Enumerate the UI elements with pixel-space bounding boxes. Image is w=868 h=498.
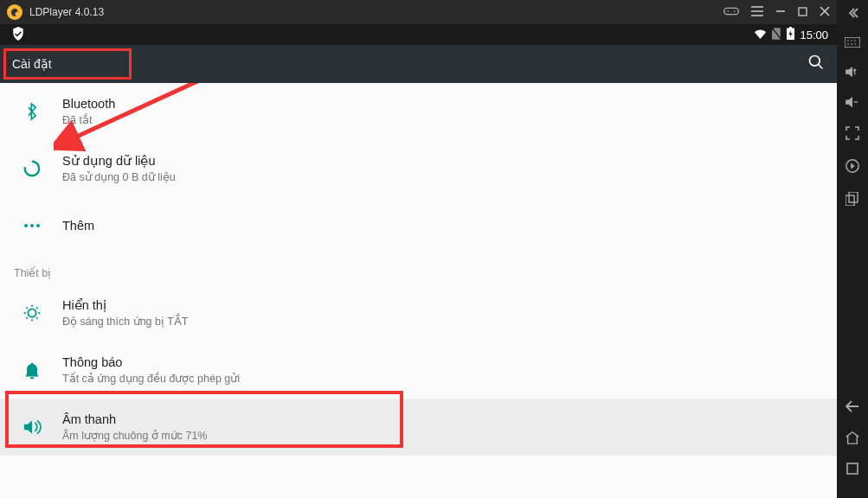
svg-point-9 [24,224,28,227]
svg-point-14 [847,40,849,42]
bluetooth-icon [17,102,47,121]
volume-down-icon[interactable] [845,96,860,111]
svg-rect-23 [847,463,858,474]
row-title: Hiển thị [62,298,189,312]
minimize-button[interactable] [775,5,786,19]
section-device: Thiết bị [0,254,837,284]
sync-icon[interactable] [845,158,860,176]
recents-icon[interactable] [846,463,858,477]
svg-rect-0 [724,8,739,15]
svg-point-1 [728,10,730,12]
bell-icon [17,361,47,380]
data-usage-icon [17,159,47,178]
clock: 15:00 [800,29,828,42]
svg-point-16 [854,40,856,42]
row-data-usage[interactable]: Sử dụng dữ liệuĐã sử dụng 0 B dữ liệu [0,140,837,197]
svg-point-17 [847,43,849,45]
row-title: Thêm [62,219,94,233]
svg-point-10 [30,224,34,227]
back-icon[interactable] [845,400,859,415]
row-more[interactable]: Thêm [0,197,837,254]
settings-header: Cài đặt [0,45,837,83]
volume-up-icon[interactable] [845,66,860,80]
row-display[interactable]: Hiển thịĐộ sáng thích ứng bị TẮT [0,284,837,342]
collapse-icon[interactable] [846,7,858,21]
home-icon[interactable] [845,431,860,447]
row-subtitle: Đã tắt [62,113,115,126]
row-bluetooth[interactable]: BluetoothĐã tắt [0,83,837,140]
svg-rect-22 [849,192,858,202]
maximize-button[interactable] [798,5,807,19]
wifi-icon [754,29,767,42]
hamburger-icon[interactable] [751,5,763,19]
battery-icon [787,27,794,42]
row-title: Thông báo [62,355,240,369]
svg-point-6 [810,56,820,67]
no-sim-icon [772,28,781,42]
row-subtitle: Tất cả ứng dụng đều được phép gửi [62,372,240,385]
row-title: Bluetooth [62,97,115,111]
svg-rect-13 [845,37,860,48]
titlebar: LDPlayer 4.0.13 [0,0,837,24]
row-notifications[interactable]: Thông báoTất cả ứng dụng đều được phép g… [0,342,837,399]
settings-content: BluetoothĐã tắt Sử dụng dữ liệuĐã sử dụn… [0,83,837,498]
svg-point-12 [28,309,35,316]
svg-rect-21 [845,195,854,206]
svg-rect-3 [799,8,807,16]
row-subtitle: Độ sáng thích ứng bị TẮT [62,315,189,328]
keyboard-icon[interactable] [845,36,860,50]
close-button[interactable] [820,5,830,19]
display-icon [17,303,47,322]
row-sound[interactable]: Âm thanhÂm lượng chuông ở mức 71% [0,399,837,456]
svg-point-19 [854,43,856,45]
gamepad-icon[interactable] [723,5,739,20]
emulator-sidebar [837,0,868,498]
row-subtitle: Âm lượng chuông ở mức 71% [62,429,208,442]
app-title: LDPlayer 4.0.13 [29,6,104,18]
window-controls [723,5,830,20]
page-title: Cài đặt [12,57,52,71]
search-icon[interactable] [807,54,825,74]
row-subtitle: Đã sử dụng 0 B dữ liệu [62,170,176,183]
svg-point-2 [734,10,736,12]
fullscreen-icon[interactable] [845,126,859,143]
more-icon [17,223,47,228]
svg-point-11 [36,224,40,227]
svg-point-8 [25,162,40,176]
svg-point-18 [851,43,852,45]
volume-icon [17,418,47,436]
multi-instance-icon[interactable] [845,192,859,208]
row-title: Âm thanh [62,412,208,426]
shield-icon [12,27,24,43]
row-title: Sử dụng dữ liệu [62,154,176,168]
svg-rect-5 [789,27,792,29]
svg-point-15 [851,40,852,42]
app-logo [7,4,23,20]
android-status-bar: 15:00 [0,24,837,45]
